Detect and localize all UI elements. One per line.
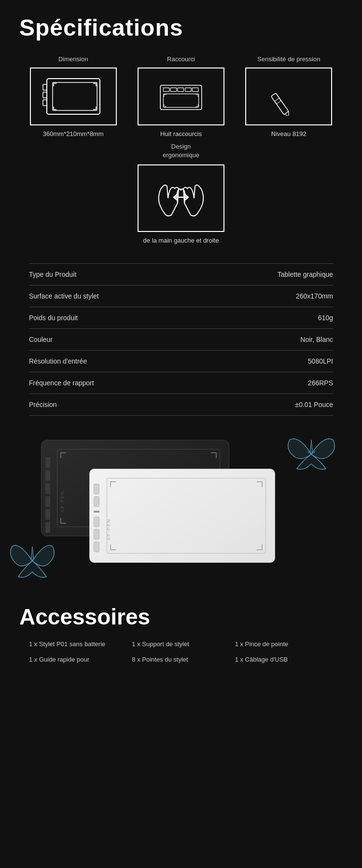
- accessories-grid: 1 x Stylet P01 sans batterie 1 x Support…: [19, 639, 343, 664]
- spec-pressure-value: Niveau 8192: [271, 130, 306, 137]
- table-row: Précision ±0.01 Pouce: [29, 394, 333, 416]
- table-key: Couleur: [29, 336, 53, 343]
- tablet-white-image: XP-PEN: [89, 469, 275, 563]
- product-image-section: XP-PEN: [0, 425, 362, 589]
- specs-row-2: Designergonomique de l: [19, 142, 343, 244]
- spec-dimension-value: 360mm*210mm*8mm: [43, 130, 104, 137]
- spec-ergonomic-value: de la main gauche et droite: [143, 237, 219, 244]
- accessory-item: 1 x Stylet P01 sans batterie: [29, 639, 127, 649]
- table-val: Noir, Blanc: [300, 336, 333, 343]
- svg-rect-2: [43, 92, 47, 98]
- butterfly-top-right-icon: [285, 430, 338, 475]
- accessory-item: 1 x Guide rapide pour: [29, 655, 127, 665]
- header: Spécifications: [0, 0, 362, 46]
- spec-dimension-label: Dimension: [58, 55, 88, 63]
- tablet-dimension-icon: [42, 75, 105, 118]
- svg-rect-10: [192, 88, 198, 92]
- table-row: Fréquence de rapport 266RPS: [29, 372, 333, 394]
- accessories-title: Accessoires: [19, 604, 343, 630]
- table-key: Surface active du stylet: [29, 292, 99, 300]
- accessory-item: 1 x Pince de pointe: [235, 639, 333, 649]
- table-key: Fréquence de rapport: [29, 379, 94, 387]
- svg-rect-8: [178, 88, 183, 92]
- svg-rect-6: [163, 88, 169, 92]
- svg-rect-4: [53, 82, 97, 110]
- table-row: Type du Produit Tablette graphique: [29, 264, 333, 285]
- shortcut-icon-svg: [150, 80, 212, 113]
- svg-rect-7: [170, 88, 176, 92]
- spec-shortcut: Raccourci: [127, 55, 235, 137]
- specs-row-1: Dimension: [19, 55, 343, 137]
- table-val: 610g: [318, 314, 333, 322]
- table-key: Résolution d'entrée: [29, 357, 87, 365]
- svg-rect-11: [163, 94, 198, 108]
- table-key: Précision: [29, 401, 57, 408]
- spec-pressure-icon-box: [245, 68, 332, 125]
- butterfly-bottom-left-icon: [10, 539, 56, 584]
- page: Spécifications Dimension: [0, 0, 362, 678]
- table-key: Type du Produit: [29, 271, 76, 278]
- table-val: 5080LPI: [308, 357, 333, 365]
- svg-rect-5: [160, 85, 202, 110]
- spec-pressure: Sensibilité de pression: [235, 55, 343, 137]
- svg-rect-0: [47, 79, 100, 114]
- accessories-section: Accessoires 1 x Stylet P01 sans batterie…: [0, 589, 362, 678]
- spec-pressure-label: Sensibilité de pression: [257, 55, 320, 63]
- svg-rect-9: [185, 88, 191, 92]
- table-row: Résolution d'entrée 5080LPI: [29, 351, 333, 372]
- spec-ergonomic: Designergonomique de l: [138, 142, 224, 244]
- table-row: Couleur Noir, Blanc: [29, 329, 333, 351]
- table-key: Poids du produit: [29, 314, 78, 322]
- table-val: 260x170mm: [296, 292, 333, 300]
- svg-rect-1: [43, 84, 47, 90]
- accessory-item: 1 x Support de stylet: [132, 639, 230, 649]
- table-val: ±0.01 Pouce: [295, 401, 333, 408]
- hands-icon-svg: [145, 169, 217, 227]
- spec-dimension-icon-box: [30, 68, 117, 125]
- table-val: Tablette graphique: [278, 271, 333, 278]
- accessory-item: 1 x Câblage d'USB: [235, 655, 333, 665]
- spec-dimension: Dimension: [19, 55, 127, 137]
- svg-rect-14: [275, 98, 281, 104]
- spec-ergonomic-label: Designergonomique: [163, 142, 199, 160]
- page-title: Spécifications: [19, 14, 343, 41]
- table-row: Poids du produit 610g: [29, 307, 333, 329]
- spec-shortcut-icon-box: [138, 68, 224, 125]
- table-val: 266RPS: [308, 379, 333, 387]
- svg-rect-3: [43, 100, 47, 106]
- specs-icons-section: Dimension: [0, 46, 362, 244]
- spec-shortcut-value: Huit raccourcis: [160, 130, 202, 137]
- hands-icon-box: [138, 164, 224, 232]
- spec-shortcut-label: Raccourci: [167, 55, 195, 63]
- stylus-icon-svg: [262, 77, 315, 116]
- specs-table: Type du Produit Tablette graphique Surfa…: [29, 263, 333, 416]
- svg-rect-12: [271, 93, 289, 115]
- table-row: Surface active du stylet 260x170mm: [29, 285, 333, 307]
- accessory-item: 8 x Pointes du stylet: [132, 655, 230, 665]
